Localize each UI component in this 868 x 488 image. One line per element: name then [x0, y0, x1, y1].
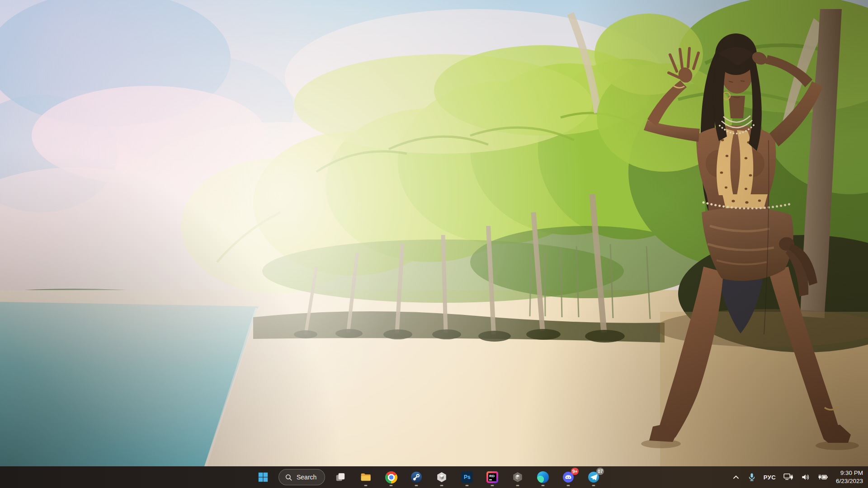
running-indicator [415, 485, 418, 486]
discord-button[interactable]: 9+ [558, 467, 578, 487]
running-indicator [567, 485, 570, 486]
telegram-notification-badge: 07 [596, 468, 604, 475]
unity-hub-button[interactable] [432, 467, 452, 487]
chrome-icon [385, 471, 397, 483]
chrome-button[interactable] [381, 467, 401, 487]
microphone-in-use-button[interactable] [745, 468, 759, 486]
language-label: РУС [764, 474, 776, 481]
task-view-button[interactable] [330, 467, 350, 487]
search-icon [285, 474, 292, 481]
photoshop-button[interactable]: Ps [457, 467, 477, 487]
clock-time: 9:30 PM [836, 469, 863, 477]
running-indicator [440, 485, 443, 486]
unity-hub-icon [436, 471, 448, 483]
running-indicator [364, 485, 368, 486]
running-indicator [491, 485, 494, 486]
microphone-icon [748, 473, 756, 482]
steam-button[interactable] [406, 467, 426, 487]
desktop-screen: Search [0, 0, 868, 488]
clock[interactable]: 9:30 PM 6/23/2023 [833, 469, 866, 485]
search-label: Search [297, 474, 316, 481]
chevron-up-icon [732, 473, 740, 481]
rider-underscore [489, 479, 492, 480]
discord-notification-badge: 9+ [571, 468, 579, 475]
taskbar-center-group: Search [253, 466, 604, 488]
unity-editor-button[interactable] [508, 467, 528, 487]
battery-charging-icon [818, 473, 828, 481]
speaker-icon [801, 473, 810, 481]
telegram-button[interactable]: 07 [584, 467, 604, 487]
search-box[interactable]: Search [278, 469, 325, 485]
wallpaper-beach-scene [0, 0, 868, 488]
steam-icon [410, 471, 422, 483]
running-indicator [542, 485, 545, 486]
task-view-icon [335, 471, 346, 483]
system-tray: РУС [729, 466, 866, 488]
rider-icon: RD [486, 471, 498, 483]
photoshop-glyph: Ps [464, 474, 471, 480]
rider-glyph: RD [489, 474, 495, 478]
network-button[interactable] [781, 468, 796, 486]
running-indicator [466, 485, 469, 486]
running-indicator [390, 485, 393, 486]
running-indicator [592, 485, 595, 486]
rider-button[interactable]: RD [482, 467, 502, 487]
start-button[interactable] [253, 467, 273, 487]
file-explorer-button[interactable] [356, 467, 376, 487]
taskbar: Search [0, 466, 868, 488]
running-indicator [516, 485, 519, 486]
unity-editor-icon [512, 471, 524, 483]
tray-overflow-button[interactable] [729, 468, 743, 486]
file-explorer-icon [360, 471, 372, 483]
photoshop-icon: Ps [461, 471, 473, 483]
edge-button[interactable] [533, 467, 553, 487]
volume-button[interactable] [798, 468, 813, 486]
edge-icon [537, 471, 549, 483]
windows-logo-icon [257, 471, 269, 483]
clock-date: 6/23/2023 [836, 477, 863, 485]
battery-button[interactable] [815, 468, 831, 486]
network-ethernet-icon [783, 473, 793, 481]
language-indicator[interactable]: РУС [761, 468, 778, 486]
